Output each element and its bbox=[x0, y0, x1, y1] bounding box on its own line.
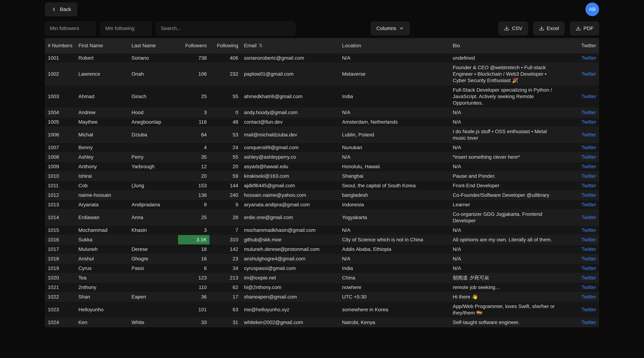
column-header-twitter: Twitter bbox=[562, 38, 599, 53]
cell-followers: 110 bbox=[178, 282, 210, 292]
cell-bio: N/A bbox=[450, 117, 562, 127]
cell-email: github@skk.moe bbox=[241, 235, 339, 244]
cell-first: Anthony bbox=[76, 162, 128, 171]
twitter-link[interactable]: Twitter bbox=[582, 246, 596, 252]
twitter-link[interactable]: Twitter bbox=[582, 110, 596, 115]
cell-following: 232 bbox=[210, 63, 241, 85]
twitter-link[interactable]: Twitter bbox=[582, 132, 596, 138]
min-following-input[interactable] bbox=[100, 22, 152, 35]
columns-button-label: Columns bbox=[376, 26, 396, 31]
twitter-link[interactable]: Twitter bbox=[582, 173, 596, 179]
table-row: 1014ErdiawanAnna2528erdie.one@gmail.comY… bbox=[45, 209, 599, 225]
cell-bio: Founder & CEO @webtretech • Full-stack E… bbox=[450, 63, 562, 85]
twitter-link[interactable]: Twitter bbox=[582, 237, 596, 242]
twitter-link[interactable]: Twitter bbox=[582, 214, 596, 220]
cell-following: 31 bbox=[210, 318, 241, 327]
cell-following: 23 bbox=[210, 254, 241, 264]
twitter-link[interactable]: Twitter bbox=[582, 227, 596, 233]
export-excel-button[interactable]: Excel bbox=[533, 22, 564, 35]
export-csv-button[interactable]: CSV bbox=[498, 22, 528, 35]
cell-bio: All opinions are my own. Literally all o… bbox=[450, 235, 562, 244]
cell-location: Indonesia bbox=[339, 200, 450, 209]
cell-number: 1016 bbox=[45, 235, 76, 244]
cell-following: 310 bbox=[210, 235, 241, 244]
twitter-link[interactable]: Twitter bbox=[582, 154, 596, 160]
cell-first: Mochammad bbox=[76, 225, 128, 235]
cell-followers: 25 bbox=[178, 209, 210, 225]
cell-following: 55 bbox=[210, 85, 241, 108]
twitter-link[interactable]: Twitter bbox=[582, 145, 596, 150]
cell-last: Anegboonlap bbox=[129, 117, 178, 127]
twitter-link[interactable]: Twitter bbox=[582, 320, 596, 325]
table-row: 1002LawrenceOnah106232paplow01@gmail.com… bbox=[45, 63, 599, 85]
sort-icon[interactable]: ⇅ bbox=[259, 43, 263, 48]
cell-first: Ken bbox=[76, 318, 128, 327]
twitter-link[interactable]: Twitter bbox=[582, 307, 596, 312]
cell-followers: 18 bbox=[178, 244, 210, 254]
twitter-link[interactable]: Twitter bbox=[582, 284, 596, 290]
twitter-link[interactable]: Twitter bbox=[582, 71, 596, 77]
back-button[interactable]: Back bbox=[45, 2, 77, 16]
cell-following: 9 bbox=[210, 200, 241, 209]
column-header-email[interactable]: Email⇅ bbox=[241, 38, 339, 53]
twitter-link[interactable]: Twitter bbox=[582, 294, 596, 300]
cell-last bbox=[129, 190, 178, 200]
toolbar: Columns CSV Excel PDF bbox=[45, 22, 599, 35]
cell-email: cyruspassi@gmail.com bbox=[241, 264, 339, 273]
cell-following: 144 bbox=[210, 181, 241, 190]
columns-dropdown-button[interactable]: Columns bbox=[371, 22, 410, 35]
table-row: 1008AshleyPerry3555ashley@ashleyperry.co… bbox=[45, 152, 599, 162]
twitter-link[interactable]: Twitter bbox=[582, 119, 596, 125]
cell-bio: N/A bbox=[450, 143, 562, 152]
cell-number: 1015 bbox=[45, 225, 76, 235]
search-input[interactable] bbox=[156, 22, 295, 35]
twitter-link[interactable]: Twitter bbox=[582, 202, 596, 208]
cell-last bbox=[129, 171, 178, 181]
table-row: 1004AndrewHood30andy.hoody@gmail.comN/AN… bbox=[45, 108, 599, 117]
table-body: 1001RobertSoriano738406sorianorobertc@gm… bbox=[45, 53, 599, 327]
cell-last: Passi bbox=[129, 264, 178, 273]
cell-first: Shan bbox=[76, 292, 128, 302]
cell-twitter: Twitter bbox=[562, 244, 599, 254]
twitter-link[interactable]: Twitter bbox=[582, 55, 596, 61]
cell-first: Ishirai bbox=[76, 171, 128, 181]
table-row: 1006MichałDziuba6453mail@michaldziuba.de… bbox=[45, 127, 599, 143]
cell-bio: Hi there 👋 bbox=[450, 292, 562, 302]
cell-first: Sukka bbox=[76, 235, 128, 244]
column-label: Location bbox=[342, 43, 361, 48]
cell-twitter: Twitter bbox=[562, 254, 599, 264]
cell-twitter: Twitter bbox=[562, 162, 599, 171]
export-pdf-button[interactable]: PDF bbox=[570, 22, 599, 35]
twitter-link[interactable]: Twitter bbox=[582, 275, 596, 280]
table-row: 1013AryanataAndipradana89aryanata.andipr… bbox=[45, 200, 599, 209]
twitter-link[interactable]: Twitter bbox=[582, 94, 596, 99]
page: Back AB Columns CSV Excel PDF bbox=[45, 0, 599, 327]
cell-location: Metaverse bbox=[339, 63, 450, 85]
twitter-link[interactable]: Twitter bbox=[582, 266, 596, 271]
avatar[interactable]: AB bbox=[586, 2, 599, 16]
download-icon bbox=[539, 26, 544, 31]
cell-email: kirakiseki@163.com bbox=[241, 171, 339, 181]
twitter-link[interactable]: Twitter bbox=[582, 164, 596, 169]
cell-number: 1013 bbox=[45, 200, 76, 209]
cell-bio: App/Web Programmer, loves Swift, she/her… bbox=[450, 302, 562, 318]
cell-first: Maythee bbox=[76, 117, 128, 127]
twitter-link[interactable]: Twitter bbox=[582, 256, 596, 262]
cell-followers: 3.1K bbox=[178, 235, 210, 244]
cell-followers: 12 bbox=[178, 162, 210, 171]
column-label: Last Name bbox=[132, 43, 156, 48]
cell-followers: 3 bbox=[178, 108, 210, 117]
cell-location: nowhere bbox=[339, 282, 450, 292]
cell-twitter: Twitter bbox=[562, 108, 599, 117]
twitter-link[interactable]: Twitter bbox=[582, 192, 596, 198]
cell-followers: 35 bbox=[178, 152, 210, 162]
cell-first: Ahmad bbox=[76, 85, 128, 108]
cell-number: 1002 bbox=[45, 63, 76, 85]
cell-email: ajdkfl6445@gmail.com bbox=[241, 181, 339, 190]
min-followers-input[interactable] bbox=[45, 22, 96, 35]
cell-email: mochammadkhasin@gmail.com bbox=[241, 225, 339, 235]
twitter-link[interactable]: Twitter bbox=[582, 183, 596, 188]
export-excel-label: Excel bbox=[547, 26, 559, 31]
export-csv-label: CSV bbox=[512, 26, 522, 31]
cell-followers: 116 bbox=[178, 117, 210, 127]
